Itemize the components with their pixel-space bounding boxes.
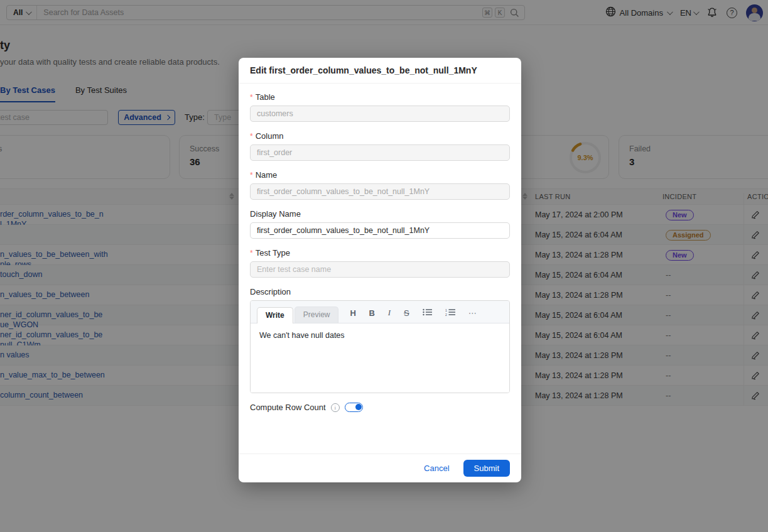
screen: All ⌘ K All Domains EN [0, 0, 768, 532]
table-field-label: Table [250, 92, 510, 102]
more-options-icon[interactable]: ⋯ [468, 308, 477, 318]
heading-icon[interactable]: H [350, 308, 355, 318]
table-field-input[interactable] [250, 106, 510, 122]
name-field-input[interactable] [250, 183, 510, 200]
description-field-label: Description [250, 287, 510, 296]
svg-text:2: 2 [445, 312, 447, 316]
description-editor: Write Preview H B I S 12 [250, 300, 510, 393]
submit-button[interactable]: Submit [463, 460, 510, 477]
italic-icon[interactable]: I [388, 308, 391, 318]
strikethrough-icon[interactable]: S [404, 308, 409, 318]
test-type-field-label: Test Type [250, 248, 510, 258]
display-name-field-input[interactable] [250, 222, 510, 239]
cancel-button[interactable]: Cancel [424, 464, 449, 473]
modal-footer: Cancel Submit [239, 453, 521, 482]
display-name-field-label: Display Name [250, 209, 510, 219]
modal-title: Edit first_order_column_values_to_be_not… [250, 65, 477, 75]
compute-row-count-toggle[interactable] [345, 403, 363, 412]
column-field-input[interactable] [250, 144, 510, 161]
column-field-label: Column [250, 131, 510, 141]
numbered-list-icon[interactable]: 12 [445, 308, 455, 318]
write-tab[interactable]: Write [257, 307, 293, 323]
description-editor-toolbar: Write Preview H B I S 12 [251, 301, 509, 323]
description-textarea[interactable]: We can't have null dates [251, 323, 509, 393]
svg-text:1: 1 [445, 308, 447, 312]
modal-body: Table Column Name Display Name Test Type… [239, 84, 521, 453]
preview-tab[interactable]: Preview [295, 307, 339, 323]
name-field-label: Name [250, 170, 510, 180]
info-icon: i [331, 403, 340, 412]
test-type-field-input[interactable] [250, 261, 510, 278]
bold-icon[interactable]: B [369, 308, 374, 318]
compute-row-count-row: Compute Row Count i [250, 403, 510, 412]
compute-row-count-label: Compute Row Count [250, 403, 326, 412]
bullet-list-icon[interactable] [423, 308, 432, 318]
modal-header: Edit first_order_column_values_to_be_not… [239, 58, 521, 84]
edit-test-case-modal: Edit first_order_column_values_to_be_not… [239, 58, 521, 482]
toggle-knob [355, 404, 362, 410]
